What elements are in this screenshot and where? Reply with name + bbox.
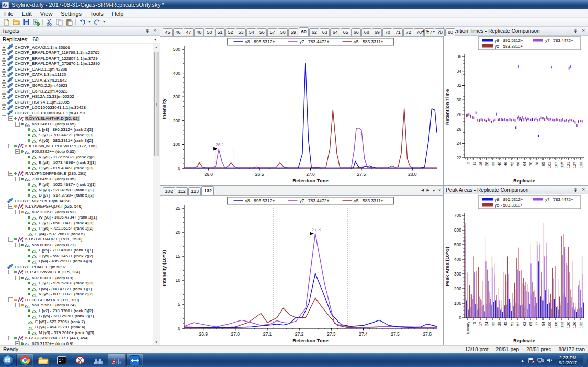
tree-item-transition[interactable]: T [y5] - 597.3467+ (rank 2)[2] xyxy=(0,253,153,259)
replicate-tab-65[interactable]: 65 xyxy=(341,28,350,36)
tree-item-protein[interactable]: +CHOYP_G6PD.2.2|m.46923 xyxy=(0,88,153,94)
tree-item-transition[interactable]: I [y6] - 800.4777+ (rank 1)[1] xyxy=(0,286,153,292)
action-center-flag-icon[interactable] xyxy=(528,357,535,363)
tree-item-transition[interactable]: E [y5] - 623.2705+ (rank 7) xyxy=(0,319,153,325)
open-button[interactable] xyxy=(12,18,21,26)
tree-expander[interactable]: − xyxy=(2,199,6,203)
tree-expander[interactable]: + xyxy=(2,61,6,66)
menu-tools[interactable]: Tools xyxy=(86,10,108,17)
tree-expander[interactable]: + xyxy=(2,105,6,110)
replicate-tab-132[interactable]: 132 xyxy=(201,186,214,195)
tree-item-transition[interactable]: P [y6] - 815.4046+ (rank 1)[3] xyxy=(0,165,153,171)
replicate-tab-102[interactable]: 102 xyxy=(163,187,175,195)
tree-expander[interactable]: + xyxy=(2,94,6,99)
cut-button[interactable] xyxy=(44,18,54,26)
tree-expander[interactable]: − xyxy=(15,210,20,214)
replicate-tab-53[interactable]: 53 xyxy=(236,28,246,36)
tree-item-transition[interactable]: E [y7] - 929.5203+ (rank 3)[3] xyxy=(0,281,153,286)
tree-expander[interactable]: − xyxy=(8,144,13,148)
chromatogram-chart-bottom[interactable]: 26.927.027.127.227.327.427.527.6Retentio… xyxy=(160,196,443,345)
undo-dropdown[interactable]: ▼ xyxy=(87,20,92,24)
taskbar-skyline[interactable] xyxy=(89,354,107,366)
scroll-up-icon[interactable]: ▲ xyxy=(155,44,158,50)
replicate-tab-63[interactable]: 63 xyxy=(320,28,330,36)
import-results-button[interactable] xyxy=(31,18,41,26)
tree-expander[interactable]: − xyxy=(15,276,20,280)
tree-item-protein[interactable]: −CHOYP_MRP1.5.10|m.34368 xyxy=(0,198,153,204)
scrollbar-thumb[interactable] xyxy=(154,52,159,156)
tree-item-precursor[interactable]: −676.3155++ (dotp 0.9) xyxy=(0,341,153,345)
scroll-down-icon[interactable]: ▼ xyxy=(155,339,158,345)
taskbar-command-prompt[interactable]: C:\ xyxy=(53,354,70,366)
tree-expander[interactable]: − xyxy=(15,122,20,127)
replicate-tab-56[interactable]: 56 xyxy=(257,28,267,36)
tree-expander[interactable]: + xyxy=(2,67,6,72)
taskbar-explorer[interactable] xyxy=(35,354,52,366)
scroll-left-icon[interactable]: ◀ xyxy=(421,188,424,192)
targets-scrollbar[interactable]: ▲ ▼ xyxy=(153,44,160,345)
redo-dropdown[interactable]: ▼ xyxy=(102,20,106,24)
new-document-button[interactable] xyxy=(2,18,11,26)
taskbar-skyline-daily[interactable] xyxy=(108,354,125,366)
taskbar-teamviewer[interactable] xyxy=(126,354,143,366)
tree-item-protein[interactable]: +CHOYP_CATA.1.3|m.11120 xyxy=(0,72,153,78)
tree-item-protein[interactable]: +CHOYP_CAH2.1.1|m.42306 xyxy=(0,66,153,72)
tree-item-protein[interactable]: +CHOYP_BRAFLDRAFT_119799.1.1|m.23765 xyxy=(0,50,153,56)
tab-menu-icon[interactable]: ▼ xyxy=(432,189,436,192)
tree-expander[interactable]: + xyxy=(2,45,6,50)
menu-edit[interactable]: Edit xyxy=(18,10,36,17)
tree-expander[interactable]: − xyxy=(2,111,6,116)
replicate-tab-72[interactable]: 72 xyxy=(403,28,413,36)
tree-expander[interactable]: + xyxy=(2,100,6,105)
replicate-tab-69[interactable]: 69 xyxy=(372,28,382,36)
replicate-tab-52[interactable]: 52 xyxy=(225,28,235,36)
tree-item-precursor[interactable]: −692.3326++ (dotp 0.53) xyxy=(0,209,153,215)
network-icon[interactable] xyxy=(537,357,544,363)
tree-expander[interactable]: − xyxy=(8,270,13,274)
tree-item-transition[interactable]: L [y7] - 793.3760+ (rank 3)[2] xyxy=(0,308,153,314)
tree-expander[interactable]: − xyxy=(8,336,13,340)
tree-item-precursor[interactable]: −669.3461++ (dotp 0.65) xyxy=(0,121,153,127)
tree-expander[interactable]: − xyxy=(15,341,20,345)
menu-view[interactable]: View xyxy=(36,10,57,17)
tree-expander[interactable]: + xyxy=(2,50,6,55)
pin-icon[interactable] xyxy=(573,187,579,193)
tree-expander[interactable]: − xyxy=(8,297,13,302)
tree-item-peptide[interactable]: −R.TSPEIVNWLR.K [115, 124] xyxy=(0,270,153,276)
tree-item-protein[interactable]: +CHOYP_BRAFLDRAFT_275870.1.1|m.12895 xyxy=(0,61,153,67)
tree-expander[interactable]: + xyxy=(2,56,6,61)
tree-item-transition[interactable]: M [y3] - 379.2010+ (rank 5)[3] xyxy=(0,330,153,336)
tree-item-transition[interactable]: A [y5] - 583.3311+ (rank 3)[2] xyxy=(0,138,153,144)
taskbar-snipping-tool[interactable] xyxy=(71,354,88,366)
replicates-selector[interactable]: Replicates: 60 ▼ xyxy=(0,36,160,44)
tab-menu-icon[interactable]: ▼ xyxy=(432,30,436,33)
replicate-tab-112[interactable]: 112 xyxy=(176,187,188,195)
tree-item-transition[interactable]: G [y6] - 680.2920+ (rank 2)[1] xyxy=(0,314,153,319)
scroll-right-icon[interactable]: ▶ xyxy=(426,29,429,33)
pin-icon[interactable] xyxy=(144,28,150,34)
tree-item-transition[interactable]: S [y7] - 783.4472+ (rank 1)[1] xyxy=(0,132,153,138)
retention-times-chart[interactable]: 2224262830323436211182633404652586470788… xyxy=(444,36,588,185)
tree-item-peptide[interactable]: −R.DYYLSLAHTVR.D [52, 62] xyxy=(0,116,153,122)
tree-expander[interactable]: − xyxy=(8,171,13,176)
close-icon[interactable]: × xyxy=(438,188,441,193)
tree-item-transition[interactable]: D [y7] - 814.3730+ (rank 5)[3] xyxy=(0,193,153,199)
scroll-right-icon[interactable]: ▶ xyxy=(426,188,429,192)
tree-expander[interactable]: − xyxy=(15,149,20,154)
tree-expander[interactable]: + xyxy=(2,72,6,77)
replicate-tab-80[interactable]: 80 xyxy=(445,28,455,36)
tree-item-protein[interactable]: +CHOYP_HS12A.25.33|m.60352 xyxy=(0,94,153,100)
tree-item-precursor[interactable]: −560.7996++ (dotp 0.74) xyxy=(0,303,153,308)
peak-areas-chart[interactable]: 0100200300400500600700Library91724323945… xyxy=(444,194,588,345)
tree-item-precursor[interactable]: −607.8300++ (dotp 0.9) xyxy=(0,275,153,281)
tree-item-peptide[interactable]: −K.IEDGWQVEEPDEWLR.Y [172, 186] xyxy=(0,143,153,149)
tree-item-precursor[interactable]: −700.8459++ (dotp 0.85) xyxy=(0,176,153,182)
replicate-tab-51[interactable]: 51 xyxy=(215,28,225,36)
replicate-tab-48[interactable]: 48 xyxy=(194,28,204,36)
taskbar-clock[interactable]: 2:23 PM 9/1/2017 xyxy=(556,355,580,365)
tree-expander[interactable]: + xyxy=(2,78,6,83)
tree-item-protein[interactable]: +CHOYP_CATA.3.3|m.21642 xyxy=(0,77,153,83)
replicate-tab-70[interactable]: 70 xyxy=(382,28,392,36)
replicate-tab-59[interactable]: 59 xyxy=(288,28,298,36)
tree-item-protein[interactable]: +CHOYP_BRAFLDRAFT_122807.1.1|m.3729 xyxy=(0,55,153,61)
